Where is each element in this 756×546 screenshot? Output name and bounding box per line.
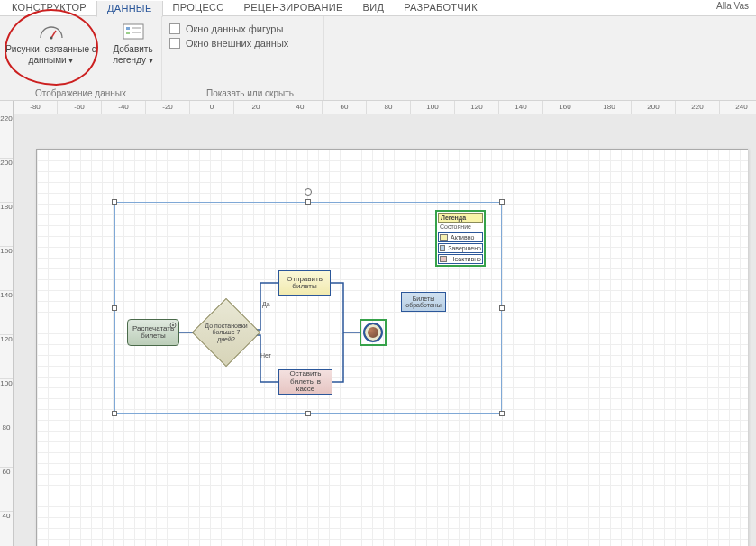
svg-point-1 — [50, 37, 52, 40]
checkbox-icon — [169, 23, 180, 34]
data-graphics-label: Рисунки, связанные с данными ▾ — [2, 44, 101, 65]
ruler-corner — [0, 101, 14, 114]
ruler-tick: 240 — [720, 101, 756, 114]
end-circle-icon — [363, 323, 383, 342]
rotate-handle[interactable] — [305, 188, 312, 196]
legend-row-label: Завершено — [448, 245, 481, 251]
add-legend-button[interactable]: Добавить легенду ▾ — [106, 20, 160, 65]
external-data-window-checkbox[interactable]: Окно внешних данных — [169, 38, 288, 49]
legend-box[interactable]: Легенда Состояние Активно Завершено Неак… — [435, 210, 486, 267]
ruler-tick: 160 — [0, 247, 13, 291]
ruler-tick: 0 — [190, 101, 234, 114]
ruler-tick: 80 — [367, 101, 411, 114]
gear-icon — [169, 322, 177, 329]
group-label-display: Отображение данных — [0, 88, 161, 98]
ruler-tick: 20 — [234, 101, 278, 114]
ruler-tick: 200 — [0, 159, 13, 203]
page[interactable]: Распечатать билеты До постановки больше … — [36, 149, 748, 546]
resize-handle[interactable] — [499, 411, 505, 416]
legend-row-label: Неактивно — [450, 256, 481, 262]
workspace: -80-60-40-200204060801001201401601802002… — [0, 101, 756, 546]
shape-decision[interactable]: До постановки больше 7 дней? — [202, 308, 250, 357]
external-data-window-label: Окно внешних данных — [186, 38, 288, 49]
tab-data[interactable]: ДАННЫЕ — [96, 1, 163, 17]
dropdown-arrow-icon: ▾ — [68, 55, 73, 65]
canvas[interactable]: Распечатать билеты До постановки больше … — [14, 114, 756, 546]
ruler-tick: -80 — [14, 101, 58, 114]
shape-tickets-processed[interactable]: Билеты обработаны — [401, 292, 446, 312]
ruler-tick: -40 — [102, 101, 146, 114]
tab-review[interactable]: РЕЦЕНЗИРОВАНИЕ — [234, 0, 353, 15]
ruler-tick: -60 — [58, 101, 102, 114]
legend-row-active: Активно — [438, 232, 483, 242]
resize-handle[interactable] — [499, 199, 505, 205]
ruler-tick: 140 — [0, 291, 13, 335]
resize-handle[interactable] — [112, 411, 117, 416]
legend-row-completed: Завершено — [438, 243, 483, 253]
shape-label: Отправить билеты — [281, 276, 328, 291]
ruler-tick: 80 — [0, 423, 13, 468]
legend-row-label: Активно — [451, 234, 474, 241]
resize-handle[interactable] — [112, 199, 117, 205]
shape-data-window-label: Окно данных фигуры — [186, 23, 283, 34]
shape-label: Оставить билеты в кассе — [281, 370, 330, 393]
svg-rect-3 — [126, 27, 130, 30]
legend-swatch-icon — [440, 245, 445, 251]
legend-title: Легенда — [438, 213, 483, 223]
horizontal-ruler: -80-60-40-200204060801001201401601802002… — [14, 101, 756, 114]
edge-label-yes: Да — [262, 301, 270, 307]
ruler-tick: 220 — [676, 101, 720, 114]
tab-developer[interactable]: РАЗРАБОТЧИК — [394, 0, 487, 15]
group-display-data: Рисунки, связанные с данными ▾ Добавить … — [0, 16, 162, 100]
tab-process[interactable]: ПРОЦЕСС — [163, 0, 234, 15]
ruler-tick: 40 — [0, 512, 13, 546]
ruler-tick: 100 — [411, 101, 455, 114]
ruler-tick: 160 — [543, 101, 587, 114]
legend-swatch-icon — [440, 234, 448, 241]
resize-handle[interactable] — [305, 411, 311, 416]
shape-label: До постановки больше 7 дней? — [202, 321, 250, 344]
shape-send-tickets[interactable]: Отправить билеты — [278, 270, 331, 296]
svg-rect-5 — [126, 32, 130, 34]
tab-view[interactable]: ВИД — [353, 0, 395, 15]
legend-subtitle: Состояние — [437, 223, 484, 232]
ruler-tick: 60 — [323, 101, 367, 114]
resize-handle[interactable] — [499, 305, 505, 311]
tab-constructor[interactable]: КОНСТРУКТОР — [2, 0, 96, 15]
ruler-tick: -20 — [146, 101, 190, 114]
shape-leave-tickets[interactable]: Оставить билеты в кассе — [278, 369, 332, 395]
ruler-tick: 140 — [499, 101, 543, 114]
group-show-hide: Окно данных фигуры Окно внешних данных П… — [162, 16, 324, 100]
edge-label-no: Нет — [260, 352, 271, 359]
group-label-show: Показать или скрыть — [169, 88, 331, 98]
ruler-tick: 180 — [587, 101, 632, 114]
ruler-tick: 220 — [0, 114, 13, 159]
ruler-tick: 200 — [632, 101, 676, 114]
legend-row-inactive: Неактивно — [438, 254, 483, 264]
shape-print-tickets[interactable]: Распечатать билеты — [127, 319, 179, 346]
svg-point-10 — [172, 324, 174, 326]
ruler-tick: 120 — [0, 335, 13, 379]
legend-swatch-icon — [440, 256, 447, 262]
gauge-icon — [38, 22, 65, 41]
shape-end-frame[interactable] — [360, 319, 387, 346]
shape-label: Билеты обработаны — [404, 296, 443, 309]
resize-handle[interactable] — [112, 305, 117, 311]
ruler-tick: 120 — [455, 101, 499, 114]
resize-handle[interactable] — [305, 199, 311, 205]
ruler-tick: 60 — [0, 468, 13, 512]
shape-data-window-checkbox[interactable]: Окно данных фигуры — [169, 23, 283, 34]
ruler-tick: 100 — [0, 379, 13, 423]
legend-icon — [120, 22, 147, 41]
ribbon: Рисунки, связанные с данными ▾ Добавить … — [0, 16, 756, 101]
add-legend-label: Добавить легенду ▾ — [106, 44, 160, 65]
user-name[interactable]: Alla Vas — [716, 1, 749, 11]
data-graphics-button[interactable]: Рисунки, связанные с данными ▾ — [2, 20, 101, 65]
dropdown-arrow-icon: ▾ — [149, 55, 153, 65]
ruler-tick: 40 — [278, 101, 323, 114]
ribbon-tabs: КОНСТРУКТОР ДАННЫЕ ПРОЦЕСС РЕЦЕНЗИРОВАНИ… — [0, 0, 756, 16]
vertical-ruler: 220200180160140120100806040 — [0, 114, 14, 546]
ruler-tick: 180 — [0, 203, 13, 247]
checkbox-icon — [169, 38, 180, 49]
